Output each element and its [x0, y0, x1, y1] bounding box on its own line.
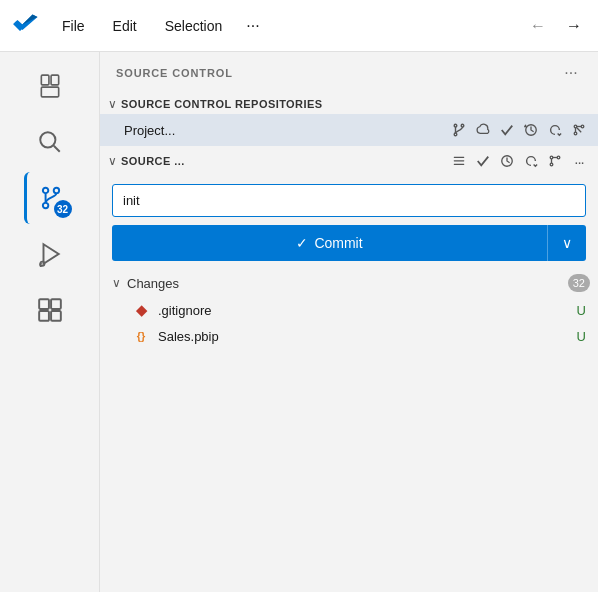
source-lines-icon[interactable]: [448, 150, 470, 172]
source-section-header[interactable]: ∨ SOURCE ...: [100, 146, 598, 176]
changes-chevron: ∨: [112, 277, 121, 289]
svg-marker-8: [43, 244, 58, 264]
svg-point-6: [54, 188, 59, 193]
gitignore-filename: .gitignore: [158, 303, 569, 318]
changes-count-badge: 32: [568, 274, 590, 292]
panel-header: SOURCE CONTROL ···: [100, 52, 598, 94]
svg-point-18: [574, 132, 577, 135]
activity-source-control[interactable]: 32: [24, 172, 76, 224]
menu-selection[interactable]: Selection: [151, 12, 237, 40]
source-section-icons: ···: [448, 150, 590, 172]
svg-line-4: [53, 146, 59, 152]
svg-point-28: [550, 163, 553, 166]
source-refresh-icon[interactable]: [520, 150, 542, 172]
menu-edit[interactable]: Edit: [99, 12, 151, 40]
repo-history-icon[interactable]: [520, 119, 542, 141]
commit-button-label: Commit: [314, 235, 362, 251]
menu-file[interactable]: File: [48, 12, 99, 40]
commit-area: ✓ Commit ∨: [100, 176, 598, 269]
svg-line-23: [577, 128, 581, 132]
file-list: ◆ .gitignore U {} Sales.pbip U: [100, 297, 598, 349]
svg-rect-13: [51, 311, 61, 321]
source-check-icon[interactable]: [472, 150, 494, 172]
svg-point-15: [461, 124, 464, 127]
svg-rect-26: [454, 164, 465, 165]
file-item-pbip[interactable]: {} Sales.pbip U: [100, 323, 598, 349]
panel-header-icons: ···: [560, 62, 582, 84]
activity-extensions[interactable]: [24, 284, 76, 336]
repo-row[interactable]: Project...: [100, 114, 598, 146]
svg-rect-10: [39, 299, 49, 309]
source-more-icon[interactable]: ···: [568, 150, 590, 172]
svg-rect-12: [39, 311, 49, 321]
repositories-chevron: ∨: [108, 98, 117, 110]
svg-point-14: [454, 124, 457, 127]
app-logo: [8, 8, 44, 44]
svg-point-7: [43, 203, 48, 208]
svg-rect-1: [41, 87, 58, 97]
panel-title: SOURCE CONTROL: [116, 67, 233, 79]
svg-point-29: [557, 156, 560, 159]
source-chevron: ∨: [108, 155, 117, 167]
svg-rect-2: [51, 75, 59, 85]
repositories-section-header[interactable]: ∨ SOURCE CONTROL REPOSITORIES: [100, 94, 598, 114]
sidebar: SOURCE CONTROL ··· ∨ SOURCE CONTROL REPO…: [100, 52, 598, 592]
pbip-filename: Sales.pbip: [158, 329, 569, 344]
svg-point-30: [550, 156, 553, 159]
commit-dropdown-arrow: ∨: [562, 235, 572, 251]
file-item-gitignore[interactable]: ◆ .gitignore U: [100, 297, 598, 323]
repo-name: Project...: [124, 123, 175, 138]
commit-check-icon: ✓: [296, 235, 308, 251]
repo-branch-icon[interactable]: [448, 119, 470, 141]
svg-rect-24: [454, 157, 465, 158]
svg-rect-0: [41, 75, 49, 85]
gitignore-status: U: [577, 303, 586, 318]
commit-dropdown-button[interactable]: ∨: [547, 225, 586, 261]
activity-search[interactable]: [24, 116, 76, 168]
menu-more[interactable]: ···: [236, 11, 269, 41]
svg-rect-11: [51, 299, 61, 309]
svg-point-9: [40, 262, 44, 266]
svg-rect-25: [454, 160, 465, 161]
source-history-icon[interactable]: [496, 150, 518, 172]
titlebar-nav: ← →: [522, 10, 590, 42]
svg-point-16: [454, 133, 457, 136]
source-section-title: SOURCE ...: [121, 155, 185, 167]
repo-check-icon[interactable]: [496, 119, 518, 141]
activity-explorer[interactable]: [24, 60, 76, 112]
pbip-status: U: [577, 329, 586, 344]
gitignore-icon: ◆: [132, 301, 150, 319]
main-area: 32 SOURCE CONTROL ···: [0, 52, 598, 592]
titlebar: File Edit Selection ··· ← →: [0, 0, 598, 52]
commit-button-row: ✓ Commit ∨: [112, 225, 586, 261]
repo-graph-icon[interactable]: [568, 119, 590, 141]
svg-point-5: [43, 188, 48, 193]
forward-button[interactable]: →: [558, 10, 590, 42]
pbip-icon: {}: [132, 327, 150, 345]
commit-message-input[interactable]: [112, 184, 586, 217]
panel-more-button[interactable]: ···: [560, 62, 582, 84]
svg-point-19: [581, 125, 584, 128]
svg-point-3: [40, 132, 55, 147]
activity-run-debug[interactable]: [24, 228, 76, 280]
repo-cloud-icon[interactable]: [472, 119, 494, 141]
activity-bar: 32: [0, 52, 100, 592]
commit-button[interactable]: ✓ Commit: [112, 225, 547, 261]
menu-bar: File Edit Selection ···: [48, 11, 522, 41]
repositories-section-title: SOURCE CONTROL REPOSITORIES: [121, 98, 323, 110]
svg-point-20: [574, 125, 577, 128]
source-control-badge: 32: [54, 200, 72, 218]
changes-section-header[interactable]: ∨ Changes 32: [100, 269, 598, 297]
repo-refresh-icon[interactable]: [544, 119, 566, 141]
source-graph-icon[interactable]: [544, 150, 566, 172]
changes-label: Changes: [127, 276, 179, 291]
repo-icons: [448, 119, 590, 141]
back-button[interactable]: ←: [522, 10, 554, 42]
